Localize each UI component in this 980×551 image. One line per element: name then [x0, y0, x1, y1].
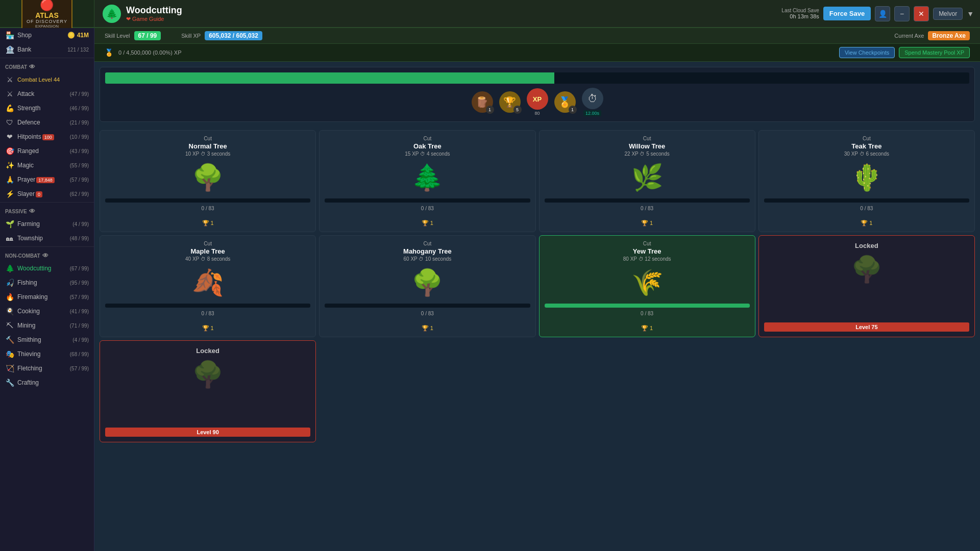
sidebar-item-smithing[interactable]: 🔨 Smithing (4 / 99)	[0, 333, 94, 347]
sidebar-item-magic[interactable]: ✨ Magic (55 / 99)	[0, 158, 94, 172]
person-icon[interactable]: 👤	[875, 6, 890, 21]
medal-badge: 1	[569, 106, 577, 114]
minus-icon[interactable]: −	[894, 6, 910, 21]
action-icon-xp: XP 80	[527, 88, 548, 116]
spend-mastery-button[interactable]: Spend Mastery Pool XP	[899, 47, 970, 58]
card-trophy: 🏆 1	[641, 220, 653, 227]
sidebar-item-fletching[interactable]: 🏹 Fletching (57 / 99)	[0, 361, 94, 375]
skill-stat-farming: (4 / 99)	[72, 221, 89, 227]
skill-level-label: Skill Level	[105, 33, 130, 39]
card-name: Normal Tree	[189, 142, 227, 150]
tree-emoji: 🌾	[631, 268, 663, 297]
xp-icon: XP	[527, 88, 548, 110]
skill-label-farming: Farming	[17, 220, 69, 228]
tree-card-yew-tree[interactable]: Cut Yew Tree 80 XP ⏱ 12 seconds 🌾 0 / 83…	[539, 235, 755, 337]
sidebar-item-prayer[interactable]: 🙏 Prayer17,848 (57 / 99)	[0, 172, 94, 187]
tree-emoji: 🌳	[192, 163, 224, 192]
sidebar-item-slayer[interactable]: ⚡ Slayer0 (62 / 99)	[0, 187, 94, 201]
locked-tree-emoji: 🌳	[192, 360, 224, 389]
sidebar-item-thieving[interactable]: 🎭 Thieving (68 / 99)	[0, 347, 94, 361]
tree-card-teak-tree[interactable]: Cut Teak Tree 30 XP ⏱ 6 seconds 🌵 0 / 83…	[758, 130, 975, 232]
bank-icon: 🏦	[5, 45, 14, 54]
skill-label-fishing: Fishing	[17, 279, 67, 286]
tree-card-locked[interactable]: Locked 🌳 Level 90	[100, 340, 316, 442]
chevron-down-icon[interactable]: ▼	[967, 10, 974, 18]
card-progress-bar	[325, 304, 530, 308]
card-mastery: 0 / 83	[421, 206, 434, 211]
skill-guide[interactable]: ❤ Game Guide	[126, 16, 182, 22]
mastery-text: 0 / 4,500,000 (0.00%) XP	[118, 49, 182, 56]
card-action-label: Cut	[424, 136, 432, 141]
sidebar-item-ranged[interactable]: 🎯 Ranged (43 / 99)	[0, 144, 94, 158]
skill-label-mining: Mining	[17, 322, 67, 329]
skill-label-hitpoints: Hitpoints100	[17, 133, 67, 140]
locked-title: Locked	[196, 347, 219, 355]
skill-label-fletching: Fletching	[17, 365, 67, 372]
sidebar-item-defence[interactable]: 🛡 Defence (21 / 99)	[0, 115, 94, 130]
action-icon-medal: 🏅 1	[554, 91, 576, 113]
skill-icon-firemaking: 🔥	[5, 293, 14, 301]
cloud-save-time: 0h 13m 38s	[790, 13, 819, 19]
tree-card-mahogany-tree[interactable]: Cut Mahogany Tree 60 XP ⏱ 10 seconds 🌳 0…	[319, 235, 535, 337]
mastery-buttons: View Checkpoints Spend Mastery Pool XP	[839, 47, 970, 58]
skill-stat-fishing: (95 / 99)	[70, 280, 89, 286]
card-mastery: 0 / 83	[202, 206, 214, 211]
combat-section: COMBAT 👁	[0, 59, 94, 72]
card-stats: 40 XP ⏱ 8 seconds	[185, 256, 230, 262]
sidebar-item-combat-level: ⚔ Combat Level 44	[0, 72, 94, 87]
card-trophy: 🏆 1	[422, 325, 433, 332]
card-mastery: 0 / 83	[641, 311, 653, 316]
tree-emoji: 🌳	[411, 268, 443, 297]
sidebar-item-strength[interactable]: 💪 Strength (46 / 99)	[0, 101, 94, 115]
view-checkpoints-button[interactable]: View Checkpoints	[839, 47, 895, 58]
noncombat-section: NON-COMBAT 👁	[0, 248, 94, 261]
timer-icon: ⏱	[582, 88, 603, 109]
tree-emoji: 🌿	[631, 163, 663, 192]
skill-stat-thieving: (68 / 99)	[70, 352, 89, 357]
sidebar-item-attack[interactable]: ⚔ Attack (47 / 99)	[0, 87, 94, 101]
sidebar-item-mining[interactable]: ⛏ Mining (71 / 99)	[0, 318, 94, 333]
skill-name: Woodcutting	[126, 5, 182, 16]
tree-card-maple-tree[interactable]: Cut Maple Tree 40 XP ⏱ 8 seconds 🍂 0 / 8…	[100, 235, 316, 337]
skill-stat-ranged: (43 / 99)	[70, 148, 89, 154]
sidebar-item-farming[interactable]: 🌱 Farming (4 / 99)	[0, 217, 94, 231]
tree-card-oak-tree[interactable]: Cut Oak Tree 15 XP ⏱ 4 seconds 🌲 0 / 83 …	[319, 130, 535, 232]
card-stats: 10 XP ⏱ 3 seconds	[185, 151, 230, 157]
sidebar-item-shop[interactable]: 🏪 Shop 🪙 41M	[0, 28, 94, 42]
card-stats: 15 XP ⏱ 4 seconds	[405, 151, 450, 157]
skill-stats-bar: Skill Level 67 / 99 Skill XP 605,032 / 6…	[94, 28, 980, 44]
skill-icon-attack: ⚔	[5, 90, 14, 98]
locked-tree-emoji: 🌳	[851, 255, 883, 284]
sidebar-item-cooking[interactable]: 🍳 Cooking (41 / 99)	[0, 304, 94, 318]
skill-label-slayer: Slayer0	[17, 190, 67, 197]
tree-card-locked[interactable]: Locked 🌳 Level 75	[758, 235, 975, 337]
player-button[interactable]: Melvor	[933, 8, 963, 20]
card-stats: 22 XP ⏱ 5 seconds	[625, 151, 670, 157]
close-icon[interactable]: ✕	[914, 6, 929, 21]
card-trophy: 🏆 1	[861, 220, 872, 227]
card-name: Oak Tree	[413, 142, 442, 150]
action-icon-timer: ⏱ 12.00s	[582, 88, 603, 116]
tree-card-willow-tree[interactable]: Cut Willow Tree 22 XP ⏱ 5 seconds 🌿 0 / …	[539, 130, 755, 232]
skill-label-firemaking: Firemaking	[17, 293, 67, 300]
sidebar-item-township[interactable]: 🏘 Township (48 / 99)	[0, 231, 94, 245]
log-icon: 🪵 1	[472, 91, 493, 113]
skill-stat-magic: (55 / 99)	[70, 163, 89, 168]
force-save-button[interactable]: Force Save	[823, 7, 871, 20]
tree-card-normal-tree[interactable]: Cut Normal Tree 10 XP ⏱ 3 seconds 🌳 0 / …	[100, 130, 316, 232]
sidebar-item-hitpoints[interactable]: ❤ Hitpoints100 (10 / 99)	[0, 130, 94, 144]
locked-title: Locked	[855, 242, 878, 249]
card-progress-bar	[764, 198, 969, 203]
sidebar-item-woodcutting[interactable]: 🌲 Woodcutting (67 / 99)	[0, 261, 94, 276]
sidebar-item-bank[interactable]: 🏦 Bank 121 / 132	[0, 42, 94, 57]
passive-section: PASSIVE 👁	[0, 204, 94, 217]
card-mastery: 0 / 83	[421, 311, 434, 316]
sidebar-item-firemaking[interactable]: 🔥 Firemaking (57 / 99)	[0, 290, 94, 304]
card-trophy: 🏆 1	[202, 220, 214, 227]
sidebar-item-fishing[interactable]: 🎣 Fishing (95 / 99)	[0, 276, 94, 290]
skill-label-defence: Defence	[17, 119, 67, 126]
skill-icon-township: 🏘	[5, 234, 14, 242]
skill-icon-defence: 🛡	[5, 118, 14, 127]
skill-icon-fletching: 🏹	[5, 364, 14, 372]
sidebar-item-crafting[interactable]: 🔧 Crafting	[0, 375, 94, 390]
